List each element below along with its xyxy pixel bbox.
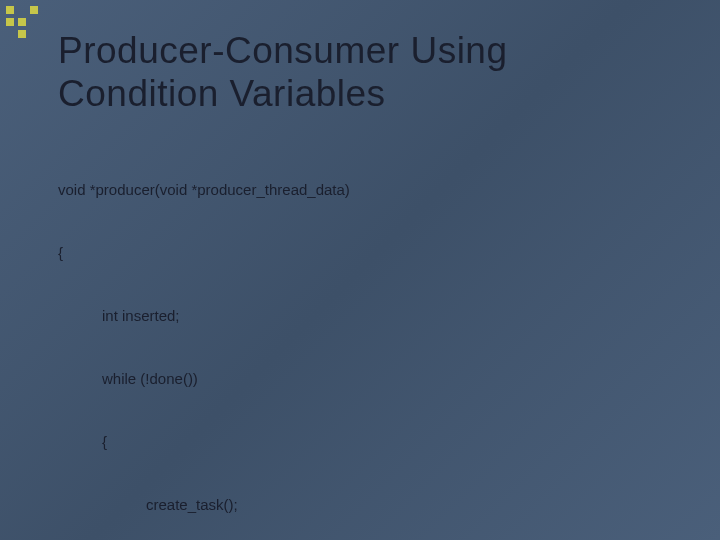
corner-decoration — [6, 6, 38, 38]
code-line: void *producer(void *producer_thread_dat… — [58, 179, 670, 200]
code-line: { — [102, 431, 670, 452]
slide-content: Producer-Consumer Using Condition Variab… — [0, 0, 720, 540]
code-block: void *producer(void *producer_thread_dat… — [58, 137, 670, 540]
code-line: while (!done()) — [102, 368, 670, 389]
code-line: { — [58, 242, 670, 263]
slide-title: Producer-Consumer Using Condition Variab… — [58, 30, 670, 115]
code-line: int inserted; — [102, 305, 670, 326]
code-line: create_task(); — [146, 494, 670, 515]
